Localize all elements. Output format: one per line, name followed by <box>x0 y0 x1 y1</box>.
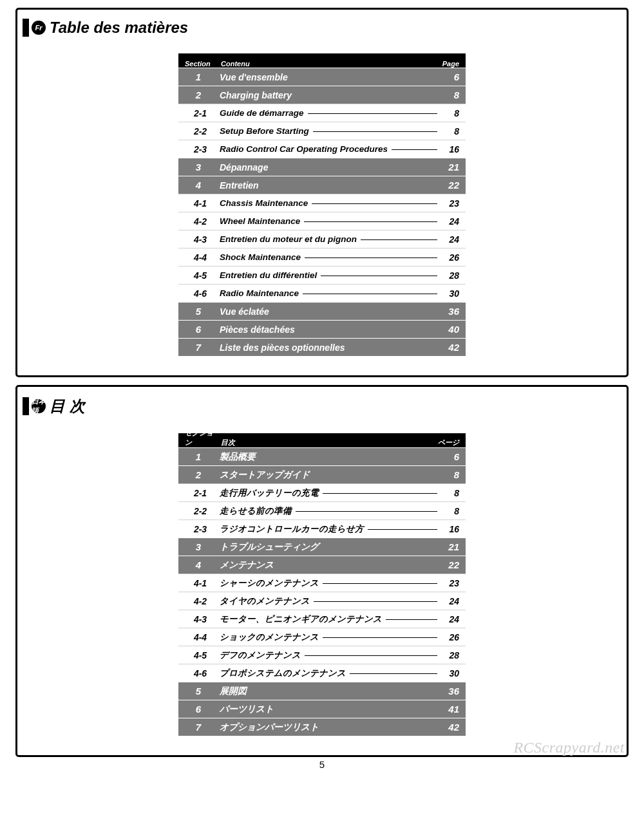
toc-row: 2スタートアップガイド8 <box>178 465 466 483</box>
panel-title: 目 次 <box>50 396 85 416</box>
toc-panel: FrTable des matièresSectionContenuPage1V… <box>15 8 629 377</box>
language-badge: 日本語 <box>32 399 46 413</box>
toc-row: 1Vue d'ensemble6 <box>178 68 466 86</box>
toc-row-page: 24 <box>437 596 466 606</box>
toc-header-section: Section <box>178 60 218 68</box>
toc-row-section: 2 <box>178 469 218 480</box>
toc-row: 2-2Setup Before Starting8 <box>178 122 466 140</box>
toc-row-label: 展開図 <box>218 686 437 697</box>
toc-row-label: Dépannage <box>218 162 437 173</box>
toc-row: 2Charging battery8 <box>178 86 466 104</box>
toc-row-section: 4-6 <box>178 668 218 679</box>
toc-row-section: 4-3 <box>178 234 218 245</box>
toc-row-page: 30 <box>437 288 466 299</box>
toc-row-section: 1 <box>178 451 218 462</box>
toc-row-label: ショックのメンテナンス <box>218 632 437 643</box>
toc-row-label-text: 走行用バッテリーの充電 <box>220 487 323 499</box>
toc-row-page: 36 <box>437 686 466 697</box>
toc-row-label: Pièces détachées <box>218 324 437 335</box>
leader-line-icon <box>323 637 437 638</box>
toc-row-page: 40 <box>437 324 466 335</box>
toc-row-label: Liste des pièces optionnelles <box>218 342 437 353</box>
toc-row: 5展開図36 <box>178 682 466 700</box>
toc-row-label: デフのメンテナンス <box>218 650 437 661</box>
toc-row-label: Guide de démarrage <box>218 108 437 118</box>
toc-row-label-text: Chassis Maintenance <box>220 198 312 208</box>
leader-line-icon <box>303 294 437 294</box>
toc-row-page: 8 <box>437 506 466 516</box>
toc-row-label: メンテナンス <box>218 559 437 571</box>
toc-row-label: Entretien du moteur et du pignon <box>218 234 437 244</box>
toc-row-section: 4-3 <box>178 614 218 624</box>
leader-line-icon <box>305 655 437 656</box>
toc-row-label-text: タイヤのメンテナンス <box>220 595 314 607</box>
toc-row-section: 6 <box>178 324 218 335</box>
toc-header-page: ページ <box>437 438 466 447</box>
toc-row-page: 24 <box>437 234 466 245</box>
toc-row-section: 1 <box>178 71 218 82</box>
toc-row-section: 3 <box>178 162 218 173</box>
toc-row-page: 16 <box>437 524 466 534</box>
toc-row-page: 16 <box>437 144 466 154</box>
toc-header-content: Contenu <box>218 60 437 68</box>
toc-row-label: Shock Maintenance <box>218 252 437 262</box>
toc-row-page: 21 <box>437 541 466 552</box>
toc-row: 6パーツリスト41 <box>178 700 466 718</box>
toc-row: 4-1Chassis Maintenance23 <box>178 194 466 212</box>
toc-row-page: 24 <box>437 216 466 227</box>
toc-row: 7Liste des pièces optionnelles42 <box>178 338 466 356</box>
toc-row-label: タイヤのメンテナンス <box>218 595 437 607</box>
toc-row-label-text: 走らせる前の準備 <box>220 505 296 517</box>
toc-row-label: Entretien <box>218 180 437 191</box>
toc-row-label: オプションパーツリスト <box>218 722 437 733</box>
toc-row-label-text: ショックのメンテナンス <box>220 632 323 643</box>
toc-row-label-text: Entretien du différentiel <box>220 270 321 280</box>
toc-row-label: Radio Control Car Operating Procedures <box>218 144 437 154</box>
leader-line-icon <box>368 529 437 530</box>
leader-line-icon <box>323 493 437 494</box>
toc-row-label: シャーシのメンテナンス <box>218 577 437 589</box>
toc-row-label: Radio Maintenance <box>218 288 437 298</box>
toc-row: 2-3ラジオコントロールカーの走らせ方16 <box>178 519 466 538</box>
toc-row: 4-2Wheel Maintenance24 <box>178 212 466 230</box>
toc-row-label: Vue d'ensemble <box>218 72 437 82</box>
toc-row: 4-1シャーシのメンテナンス23 <box>178 574 466 592</box>
toc-row-label: Charging battery <box>218 90 437 100</box>
toc-row-page: 8 <box>437 469 466 480</box>
toc-row-label: パーツリスト <box>218 704 437 715</box>
toc-row-section: 4-4 <box>178 252 218 263</box>
toc-row-section: 3 <box>178 541 218 552</box>
page-number: 5 <box>0 759 644 770</box>
toc-row: 1製品概要6 <box>178 447 466 465</box>
toc-row: 4Entretien22 <box>178 176 466 194</box>
toc-row-section: 2-2 <box>178 126 218 136</box>
toc-row-label-text: Wheel Maintenance <box>220 216 304 226</box>
toc-row-section: 4-2 <box>178 216 218 227</box>
toc-row-label: Entretien du différentiel <box>218 270 437 280</box>
toc-row-section: 4-4 <box>178 632 218 642</box>
toc-row: 2-3Radio Control Car Operating Procedure… <box>178 140 466 158</box>
toc-row-section: 2-1 <box>178 488 218 498</box>
toc-row-label: ラジオコントロールカーの走らせ方 <box>218 523 437 535</box>
toc-row: 4-4ショックのメンテナンス26 <box>178 628 466 646</box>
toc-header-section: セクション <box>178 428 218 447</box>
toc-row-label-text: シャーシのメンテナンス <box>220 577 323 589</box>
leader-line-icon <box>323 583 437 584</box>
toc-row-label: プロポシステムのメンテナンス <box>218 668 437 679</box>
leader-line-icon <box>350 673 437 674</box>
leader-line-icon <box>386 619 437 620</box>
toc-row-section: 7 <box>178 722 218 733</box>
toc-row-label: スタートアップガイド <box>218 469 437 481</box>
toc-row: 4-5デフのメンテナンス28 <box>178 646 466 664</box>
toc-row-label-text: モーター、ピニオンギアのメンテナンス <box>220 613 386 625</box>
toc-row-page: 21 <box>437 162 466 173</box>
toc-row: 4-6Radio Maintenance30 <box>178 284 466 302</box>
toc-row-section: 6 <box>178 704 218 715</box>
toc-row: 2-2走らせる前の準備8 <box>178 501 466 519</box>
toc-row-section: 4-2 <box>178 596 218 606</box>
toc-row-label: 走行用バッテリーの充電 <box>218 487 437 499</box>
toc-row-label: トラブルシューティング <box>218 541 437 553</box>
toc-row: 4-6プロポシステムのメンテナンス30 <box>178 664 466 682</box>
toc-row-label-text: Radio Maintenance <box>220 288 303 298</box>
toc-row-section: 4 <box>178 180 218 191</box>
